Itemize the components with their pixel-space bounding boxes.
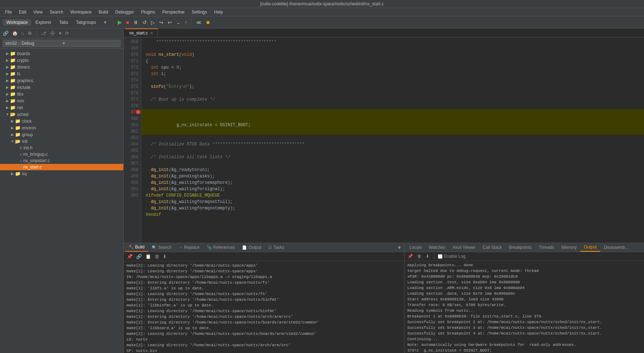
debug-tab-disassemb[interactable]: Disassemb... <box>600 244 632 251</box>
build-tab-tasks[interactable]: ☑ Tasks <box>265 244 288 251</box>
line-390: 390 <box>127 180 138 186</box>
menu-perspective[interactable]: Perspective <box>159 9 187 15</box>
debug-tab-threads[interactable]: Threads <box>535 244 558 251</box>
tree-item-init[interactable]: ▼ 📂 init <box>0 138 123 145</box>
tree-item-irq[interactable]: ▶ 📁 irq <box>0 170 123 177</box>
menu-debugger[interactable]: Debugger <box>112 9 137 15</box>
tree-item-fs[interactable]: ▶ 📁 fs <box>0 70 123 77</box>
tree-item-sched[interactable]: ▼ 📂 sched <box>0 111 123 118</box>
build-scroll-btn[interactable]: ⬇ <box>162 253 168 260</box>
tab-dropdown[interactable]: ▼ <box>100 19 110 26</box>
build-tab-search[interactable]: 🔍 Search <box>148 244 175 251</box>
tree-item-boards[interactable]: ▶ 📁 boards <box>0 50 123 57</box>
tree-item-drivers[interactable]: ▶ 📁 drivers <box>0 64 123 70</box>
tree-item-nx-smpstart[interactable]: c nx_smpstart.c <box>0 157 123 164</box>
tasks-icon: ☑ <box>268 245 272 250</box>
line-376: 376 <box>127 90 138 96</box>
add-icon-btn[interactable]: ➕ <box>49 30 56 37</box>
step-in-button[interactable]: ↪ <box>158 19 165 26</box>
menu-workspace[interactable]: Workspace <box>68 9 95 15</box>
stop-button[interactable]: ■ <box>125 19 130 26</box>
back-icon-btn[interactable]: 🏠 <box>11 30 18 37</box>
menu-settings[interactable]: Settings <box>189 9 210 15</box>
dropdown-icon-btn[interactable]: ▾ <box>58 30 62 37</box>
menu-file[interactable]: File <box>2 9 15 15</box>
run-button[interactable]: ▶ <box>116 18 123 26</box>
tree-item-environ[interactable]: ▶ 📁 environ <box>0 124 123 131</box>
code-editor[interactable]: ****************************************… <box>141 37 644 243</box>
nav-down-button[interactable]: ⌄ <box>175 19 182 26</box>
tree-label-net: net <box>17 105 23 110</box>
debug-tab-memory[interactable]: Memory <box>558 244 580 251</box>
sync-icon-btn[interactable]: ⟳ <box>64 30 70 37</box>
prev-button[interactable]: ≪ <box>195 19 203 26</box>
menu-build[interactable]: Build <box>96 9 111 15</box>
tree-item-crypto[interactable]: ▶ 📁 crypto <box>0 57 123 64</box>
menu-edit[interactable]: Edit <box>16 9 29 15</box>
pause-button[interactable]: ⏸ <box>132 19 140 26</box>
tree-item-group[interactable]: ▶ 📁 group <box>0 131 123 138</box>
tab-tabgroups[interactable]: Tabgroups <box>73 19 100 26</box>
tree-item-clock[interactable]: ▶ 📁 clock <box>0 118 123 124</box>
build-clear-btn[interactable]: 🗑 <box>154 253 160 260</box>
folder-icon-graphics: 📁 <box>10 78 16 83</box>
build-tab-replace[interactable]: ↔ Replace <box>175 244 203 251</box>
code-line-379: ➤ g_nx_initstate = OSINIT_BOOT; <box>141 109 644 135</box>
debug-tab-watches[interactable]: Watches <box>425 244 449 251</box>
tab-explorer[interactable]: Explorer <box>32 19 55 26</box>
debug-scroll-btn[interactable]: ⬇ <box>425 253 430 260</box>
build-tab-output[interactable]: 📄 Output <box>238 244 265 251</box>
replace-icon: ↔ <box>179 245 183 250</box>
editor-tab-nx-start[interactable]: nx_start.c ✕ <box>125 28 158 37</box>
step-over-button[interactable]: ▷ <box>150 19 156 26</box>
menu-help[interactable]: Help <box>211 9 226 15</box>
tree-item-include[interactable]: ▶ 📁 include <box>0 84 123 91</box>
tab-workspace[interactable]: Workspace <box>3 19 31 26</box>
tree-item-libs[interactable]: ▶ 📁 libs <box>0 91 123 97</box>
debug-tab-breakpoints[interactable]: Breakpoints <box>505 244 535 251</box>
tree-item-init-h[interactable]: h init.h <box>0 145 123 151</box>
line-389: 389 <box>127 173 138 180</box>
tree-arrow-group: ▶ <box>10 133 15 137</box>
build-tab-build[interactable]: 🔨 Build <box>125 243 148 252</box>
build-line-2: make[1]: Leaving directory '/home/mcai/n… <box>127 268 401 274</box>
debug-pin-btn[interactable]: 📌 <box>407 253 414 260</box>
menu-plugins[interactable]: Plugins <box>138 9 158 15</box>
enable-log-label[interactable]: Enable Log <box>438 254 466 259</box>
debug-tab-output[interactable]: Output <box>580 243 600 252</box>
debug-tab-call-stack[interactable]: Call Stack <box>479 244 505 251</box>
branch-icon-btn[interactable]: ⎇ <box>40 30 47 37</box>
tab-tabs[interactable]: Tabs <box>56 19 72 26</box>
restart-button[interactable]: ↺ <box>141 19 148 26</box>
debug-del-btn[interactable]: 🗑 <box>416 253 423 260</box>
tab-close-icon[interactable]: ✕ <box>150 31 153 36</box>
line-384: 384 <box>127 141 138 148</box>
tree-arrow-net: ▶ <box>5 106 10 109</box>
tree-item-nx-bringup[interactable]: c nx_bringup.c <box>0 151 123 157</box>
tree-item-graphics[interactable]: ▶ 📁 graphics <box>0 77 123 84</box>
step-out-button[interactable]: ↩ <box>166 19 173 26</box>
debug-tab-locals[interactable]: Locals <box>406 244 425 251</box>
folder-icon-clock: 📁 <box>15 118 21 124</box>
build-pin-btn[interactable]: 📌 <box>126 253 134 260</box>
build-toolbar: 📌 🔗 📋 🗑 ⬇ <box>124 252 404 261</box>
settings-icon-btn[interactable]: ⚙ <box>27 30 33 37</box>
debug-tab-ascii-viewer[interactable]: Ascii Viewer <box>449 244 479 251</box>
tree-item-nx-start[interactable]: c nx_start.c <box>0 164 123 170</box>
build-tabs-more[interactable]: ▼ <box>396 244 403 251</box>
home-icon-btn[interactable]: ⌂ <box>21 30 25 37</box>
config-dropdown[interactable]: stm32 :: Debug ▼ <box>3 40 120 47</box>
link-icon-btn[interactable]: 🔗 <box>2 30 9 37</box>
tree-item-net[interactable]: ▶ 📁 net <box>0 104 123 111</box>
build-copy-btn[interactable]: 📋 <box>144 253 152 260</box>
menu-view[interactable]: View <box>31 9 45 15</box>
nav-up-button[interactable]: ↑ <box>183 19 189 26</box>
build-link-btn[interactable]: 🔗 <box>135 253 143 260</box>
tree-item-mm[interactable]: ▶ 📁 mm <box>0 97 123 104</box>
enable-log-checkbox[interactable] <box>438 254 442 259</box>
debug-output: Applying breakpoints... done target halt… <box>404 261 644 353</box>
build-tab-references[interactable]: 📎 References <box>203 244 238 251</box>
menu-search[interactable]: Search <box>47 9 66 15</box>
tree-label-clock: clock <box>22 119 32 124</box>
tree-label-mm: mm <box>17 98 24 103</box>
